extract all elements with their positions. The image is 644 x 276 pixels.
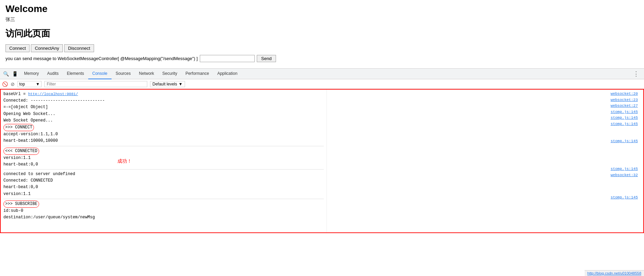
mobile-icon[interactable]: 📱 bbox=[11, 70, 19, 78]
tab-audits[interactable]: Audits bbox=[43, 68, 62, 79]
tab-memory[interactable]: Memory bbox=[20, 68, 43, 79]
spacer-4 bbox=[330, 150, 641, 155]
subscribe-highlight: >>> SUBSCRIBE bbox=[3, 200, 39, 208]
log-line-connect: >>> CONNECT bbox=[3, 124, 324, 131]
tab-network[interactable]: Network bbox=[135, 68, 158, 79]
link-stomp-145-3[interactable]: stomp.js:145 bbox=[611, 121, 638, 127]
username: 张三 bbox=[5, 16, 639, 23]
link-row-3: websocket:27 bbox=[330, 103, 641, 109]
link-row-5: stomp.js:145 bbox=[330, 115, 641, 121]
tab-performance[interactable]: Performance bbox=[181, 68, 213, 79]
log-line-server: connected to server undefined bbox=[3, 171, 324, 177]
filter-settings-icon[interactable]: ⊘ bbox=[11, 81, 15, 87]
log-line-subscribe: >>> SUBSCRIBE bbox=[3, 200, 324, 208]
page-subtitle: 访问此页面 bbox=[5, 27, 639, 39]
log-line-basurl: baseUrl = http://localhost:9081/ bbox=[3, 91, 324, 97]
send-button[interactable]: Send bbox=[257, 55, 276, 62]
connect-highlight: >>> CONNECT bbox=[3, 124, 34, 131]
filter-bar: 🚫 ⊘ top ▼ Default levels ▼ bbox=[0, 79, 644, 89]
link-stomp-145-2[interactable]: stomp.js:145 bbox=[611, 115, 638, 121]
spacer-2 bbox=[330, 133, 641, 138]
link-websocket-23[interactable]: websocket:23 bbox=[611, 97, 638, 103]
console-area: baseUrl = http://localhost:9081/ Connect… bbox=[0, 89, 644, 233]
send-row-label: you can send message to WebSocketMessage… bbox=[5, 56, 198, 61]
link-row-8: stomp.js:145 bbox=[330, 166, 641, 172]
link-websocket-32[interactable]: websocket:32 bbox=[611, 172, 638, 179]
log-line-opening: Opening Web Socket... bbox=[3, 111, 324, 117]
log-line-heartbeat1: heart-beat:10000,10000 bbox=[3, 138, 324, 144]
spacer-5 bbox=[330, 155, 641, 161]
link-websocket-20[interactable]: websocket:20 bbox=[611, 91, 638, 97]
tab-elements[interactable]: Elements bbox=[63, 68, 88, 79]
divider-2 bbox=[3, 169, 324, 170]
welcome-title: Welcome bbox=[5, 3, 639, 14]
button-row: Connect ConnectAny Disconnect bbox=[5, 44, 639, 52]
console-right-panel: websocket:20 websocket:23 websocket:27 s… bbox=[327, 90, 643, 232]
tab-security[interactable]: Security bbox=[158, 68, 181, 79]
top-select-chevron: ▼ bbox=[36, 82, 40, 87]
tab-sources[interactable]: Sources bbox=[112, 68, 135, 79]
basurl-link[interactable]: http://localhost:9081/ bbox=[28, 92, 78, 96]
spacer-8 bbox=[330, 184, 641, 189]
log-line-version2: version:1.1 bbox=[3, 191, 324, 197]
link-row-1: websocket:20 bbox=[330, 91, 641, 97]
connected-highlight: <<< CONNECTED bbox=[3, 148, 39, 155]
tab-console[interactable]: Console bbox=[88, 68, 112, 79]
log-line-connected-dash: Connected: -----------------------------… bbox=[3, 97, 324, 104]
default-levels-chevron: ▼ bbox=[179, 82, 183, 87]
page-content: Welcome 张三 访问此页面 Connect ConnectAny Disc… bbox=[0, 0, 644, 68]
connect-button[interactable]: Connect bbox=[5, 44, 30, 52]
default-levels-select[interactable]: Default levels ▼ bbox=[150, 81, 185, 87]
link-stomp-145-4[interactable]: stomp.js:145 bbox=[611, 138, 638, 145]
log-line-id: id:sub-0 bbox=[3, 208, 324, 214]
spacer-7 bbox=[330, 178, 641, 184]
log-line-destination: destination:/user/queue/system/newMsg bbox=[3, 214, 324, 221]
link-row-10: stomp.js:145 bbox=[330, 195, 641, 201]
log-line-connected: <<< CONNECTED bbox=[3, 148, 324, 155]
link-row-2: websocket:23 bbox=[330, 97, 641, 103]
link-row-9: websocket:32 bbox=[330, 172, 641, 179]
link-stomp-145-6[interactable]: stomp.js:145 bbox=[611, 195, 638, 201]
divider-3 bbox=[3, 199, 324, 199]
success-text: 成功！ bbox=[117, 158, 132, 165]
devtools-bar: 🔍 📱 Memory Audits Elements Console Sourc… bbox=[0, 68, 644, 79]
link-row-4: stomp.js:145 bbox=[330, 109, 641, 115]
log-line-accept: accept-version:1.1,1.0 bbox=[3, 131, 324, 138]
bottom-bar: http://blog.csdn.net/u010048558 bbox=[585, 270, 644, 276]
spacer-9 bbox=[330, 189, 641, 195]
send-input[interactable] bbox=[200, 55, 255, 62]
log-line-heartbeat2: heart-beat:0,0 bbox=[3, 161, 324, 168]
log-line-connected2: Connected: CONNECTED bbox=[3, 177, 324, 184]
bottom-link[interactable]: http://blog.csdn.net/u010048558 bbox=[587, 271, 641, 275]
link-row-7: stomp.js:145 bbox=[330, 138, 641, 145]
link-websocket-27[interactable]: websocket:27 bbox=[611, 103, 638, 109]
link-row-6: stomp.js:145 bbox=[330, 121, 641, 127]
disconnect-button[interactable]: Disconnect bbox=[64, 44, 94, 52]
spacer-6 bbox=[330, 161, 641, 166]
log-line-opened: Web Socket Opened... bbox=[3, 117, 324, 124]
top-select[interactable]: top ▼ bbox=[18, 81, 42, 87]
tab-application[interactable]: Application bbox=[213, 68, 242, 79]
inspect-icon[interactable]: 🔍 bbox=[2, 70, 10, 78]
spacer-1 bbox=[330, 127, 641, 133]
connect-any-button[interactable]: ConnectAny bbox=[31, 44, 63, 52]
send-row: you can send message to WebSocketMessage… bbox=[5, 55, 639, 62]
filter-input[interactable] bbox=[44, 81, 147, 87]
divider-1 bbox=[3, 146, 324, 146]
link-stomp-145-1[interactable]: stomp.js:145 bbox=[611, 109, 638, 115]
log-line-version1: version:1.1 bbox=[3, 155, 324, 161]
log-line-heartbeat3: heart-beat:0,0 bbox=[3, 184, 324, 191]
devtools-more-icon[interactable]: ⋮ bbox=[630, 70, 642, 78]
log-line-object: =-=[object Object] bbox=[3, 104, 324, 111]
console-left-panel: baseUrl = http://localhost:9081/ Connect… bbox=[1, 90, 327, 232]
filter-clear-icon[interactable]: 🚫 bbox=[2, 81, 8, 87]
link-stomp-145-5[interactable]: stomp.js:145 bbox=[611, 166, 638, 172]
spacer-3 bbox=[330, 144, 641, 150]
